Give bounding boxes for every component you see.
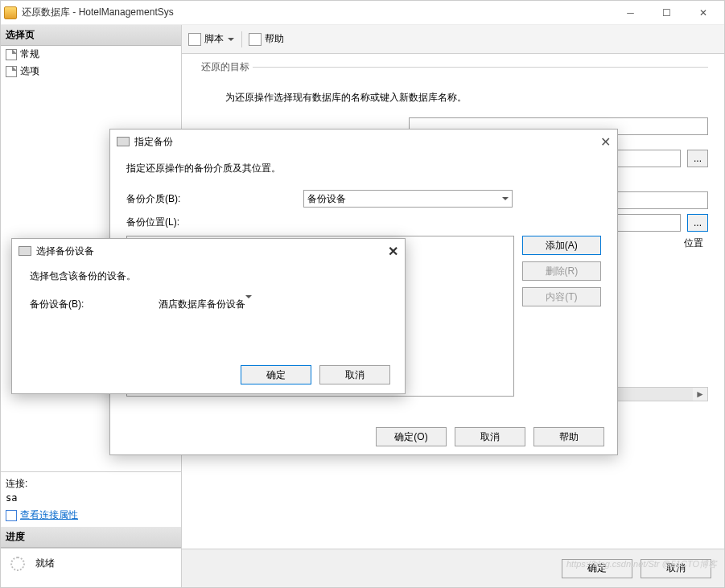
remove-location-button[interactable]: 删除(R) xyxy=(522,261,601,281)
select-device-title: 选择备份设备 xyxy=(36,245,94,258)
watermark: https://blog.csdn.net/Str @51CTO博客 xyxy=(566,558,717,570)
select-device-ok-button[interactable]: 确定 xyxy=(241,365,311,384)
sidebar-item-options[interactable]: 选项 xyxy=(1,63,181,80)
toolbar: 脚本 帮助 xyxy=(182,25,724,54)
close-button[interactable]: ✕ xyxy=(685,2,721,24)
backup-media-value: 备份设备 xyxy=(307,192,346,206)
content-button[interactable]: 内容(T) xyxy=(522,287,601,306)
select-page-header: 选择页 xyxy=(1,25,181,46)
dialog-icon xyxy=(19,246,31,256)
backup-device-combo[interactable]: 酒店数据库备份设备 xyxy=(159,298,384,311)
database-icon xyxy=(4,6,17,19)
select-device-titlebar: 选择备份设备 ✕ xyxy=(12,239,405,263)
backup-media-combo[interactable]: 备份设备 xyxy=(303,190,513,208)
target-hint: 为还原操作选择现有数据库的名称或键入新数据库名称。 xyxy=(225,91,708,105)
browse-source-button[interactable]: ... xyxy=(687,150,708,167)
browse-button-2[interactable]: ... xyxy=(687,214,708,232)
specify-backup-close-button[interactable]: ✕ xyxy=(600,134,611,150)
link-label: 查看连接属性 xyxy=(20,508,78,522)
specify-backup-instruction: 指定还原操作的备份介质及其位置。 xyxy=(126,162,601,175)
script-dropdown[interactable]: 脚本 xyxy=(204,32,224,46)
add-location-button[interactable]: 添加(A) xyxy=(522,236,601,255)
specify-help-button[interactable]: 帮助 xyxy=(533,427,604,446)
dropdown-arrow-icon[interactable] xyxy=(227,35,235,43)
script-icon xyxy=(188,33,201,46)
backup-device-label: 备份设备(B): xyxy=(30,298,159,311)
link-icon xyxy=(6,510,17,521)
help-button[interactable]: 帮助 xyxy=(265,32,284,46)
minimize-button[interactable]: ─ xyxy=(612,2,649,24)
specify-backup-titlebar: 指定备份 ✕ xyxy=(110,130,617,154)
select-device-instruction: 选择包含该备份的设备。 xyxy=(30,269,387,283)
backup-location-label: 备份位置(L): xyxy=(126,216,303,229)
sidebar-item-label: 选项 xyxy=(20,64,39,78)
help-icon xyxy=(249,33,262,46)
maximize-button[interactable]: ☐ xyxy=(649,2,685,24)
specify-ok-button[interactable]: 确定(O) xyxy=(376,427,447,446)
spinner-icon xyxy=(10,557,25,571)
connection-section: 连接: sa 查看连接属性 xyxy=(1,471,181,527)
connection-label: 连接: xyxy=(6,477,176,491)
select-device-close-button[interactable]: ✕ xyxy=(388,244,398,259)
progress-header: 进度 xyxy=(1,527,181,548)
window-title: 还原数据库 - HotelManagementSys xyxy=(22,6,612,19)
select-device-cancel-button[interactable]: 取消 xyxy=(319,365,390,384)
dialog-icon xyxy=(117,137,130,146)
chevron-down-icon xyxy=(245,295,252,313)
connection-value: sa xyxy=(6,492,176,504)
sidebar-item-label: 常规 xyxy=(20,47,39,61)
specify-cancel-button[interactable]: 取消 xyxy=(455,427,525,446)
view-connection-properties-link[interactable]: 查看连接属性 xyxy=(6,508,176,522)
titlebar: 还原数据库 - HotelManagementSys ─ ☐ ✕ xyxy=(1,1,724,25)
sidebar-item-general[interactable]: 常规 xyxy=(1,46,181,63)
progress-status: 就绪 xyxy=(35,557,55,569)
backup-device-value: 酒店数据库备份设备 xyxy=(159,298,245,310)
page-icon xyxy=(6,49,17,60)
chevron-down-icon xyxy=(502,197,509,204)
select-backup-device-dialog: 选择备份设备 ✕ 选择包含该备份的设备。 备份设备(B): 酒店数据库备份设备 … xyxy=(11,238,406,394)
specify-backup-title: 指定备份 xyxy=(134,135,173,149)
backup-media-label: 备份介质(B): xyxy=(126,192,303,206)
toolbar-separator xyxy=(241,31,242,47)
scroll-right-icon[interactable]: ► xyxy=(693,388,707,401)
group-legend: 还原的目标 xyxy=(198,60,253,74)
progress-section: 就绪 xyxy=(1,548,181,587)
page-icon xyxy=(6,66,17,77)
